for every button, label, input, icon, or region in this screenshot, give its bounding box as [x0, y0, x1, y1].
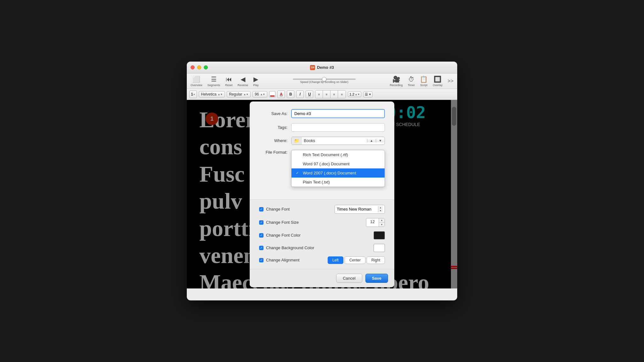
- reset-button[interactable]: ⏮ Reset: [225, 76, 233, 87]
- font-stepper[interactable]: ▲ ▼: [378, 206, 383, 212]
- change-font-color-row: ✓ Change Font Color: [259, 231, 385, 239]
- change-alignment-row: ✓ Change Alignment Left Center Right: [259, 256, 385, 264]
- main-window: TP Demo #3 ⬜ Overview ☰ Segments ⏮ Reset…: [187, 62, 457, 300]
- bg-color-control: [374, 244, 385, 252]
- align-right-button[interactable]: ≡: [330, 90, 338, 98]
- font-size-down[interactable]: ▼: [379, 222, 385, 227]
- speed-slider-track[interactable]: [293, 79, 356, 80]
- font-color-swatch[interactable]: [269, 91, 275, 97]
- italic-button[interactable]: I: [296, 90, 304, 98]
- change-alignment-checkbox-label[interactable]: ✓ Change Alignment: [259, 258, 299, 262]
- change-bg-color-checkbox[interactable]: ✓: [259, 246, 264, 250]
- indent-arrow: ▼: [193, 93, 195, 96]
- overview-button[interactable]: ⬜ Overview: [191, 75, 203, 87]
- change-bg-color-checkbox-label[interactable]: ✓ Change Background Color: [259, 245, 314, 250]
- line-spacing-selector[interactable]: 1.2 ▲▼: [348, 91, 361, 97]
- list-button-arrow: ▼: [369, 93, 371, 96]
- tags-row: Tags:: [259, 123, 385, 132]
- close-button[interactable]: [191, 65, 195, 69]
- align-right-button[interactable]: Right: [367, 256, 385, 264]
- play-button[interactable]: ▶ Play: [253, 75, 259, 87]
- font-color-box[interactable]: [374, 231, 385, 239]
- minimize-button[interactable]: [197, 65, 201, 69]
- traffic-lights: [191, 65, 208, 69]
- font-selector[interactable]: Helvetica ▲▼: [199, 91, 225, 97]
- dialog-footer: Cancel Save: [250, 269, 394, 287]
- underline-button[interactable]: U: [306, 90, 313, 98]
- change-alignment-checkbox[interactable]: ✓: [259, 258, 264, 262]
- change-font-size-checkbox-label[interactable]: ✓ Change Font Size: [259, 220, 299, 225]
- where-down-button[interactable]: ▼: [376, 139, 385, 142]
- line-spacing-arrow: ▲▼: [355, 93, 360, 96]
- script-button[interactable]: 📋 Script: [420, 75, 428, 87]
- list-button[interactable]: ☰ ▼: [363, 91, 373, 97]
- cancel-button[interactable]: Cancel: [336, 274, 362, 283]
- font-selector-arrow: ▲▼: [218, 93, 223, 96]
- file-format-dropdown[interactable]: Rich Text Document (.rtf) Word 97 (.doc)…: [291, 150, 385, 187]
- where-up-button[interactable]: ▲: [367, 139, 376, 142]
- align-center-button[interactable]: ≡: [323, 90, 330, 98]
- text-color-button[interactable]: A: [277, 90, 285, 98]
- toolbar-expand-button[interactable]: >>: [447, 78, 453, 84]
- format-rtf-option[interactable]: Rich Text Document (.rtf): [291, 150, 385, 159]
- tags-input[interactable]: [291, 123, 385, 132]
- format-docx-option[interactable]: ✓ Word 2007 (.docx) Document: [291, 168, 385, 178]
- font-stepper-down[interactable]: ▼: [378, 209, 383, 212]
- recording-button[interactable]: 🎥 Recording: [390, 75, 403, 87]
- bold-button[interactable]: B: [287, 90, 294, 98]
- font-size-up[interactable]: ▲: [379, 218, 385, 222]
- script-icon: 📋: [420, 75, 428, 83]
- align-center-button[interactable]: Center: [345, 256, 365, 264]
- style-selector-arrow: ▲▼: [243, 93, 248, 96]
- overlay-button[interactable]: 🔲 Overlay: [433, 75, 442, 87]
- folder-icon: 📁: [291, 137, 302, 145]
- font-size-stepper[interactable]: 12 ▲ ▼: [366, 218, 385, 227]
- reverse-button[interactable]: ◀ Reverse: [238, 75, 248, 87]
- app-icon: TP: [310, 65, 315, 70]
- window-title: TP Demo #3: [310, 65, 334, 70]
- font-stepper-up[interactable]: ▲: [378, 206, 383, 209]
- titlebar: TP Demo #3: [187, 62, 457, 74]
- segments-button[interactable]: ☰ Segments: [208, 75, 220, 87]
- speed-slider-thumb[interactable]: [322, 77, 326, 81]
- file-format-label: File Format:: [259, 150, 287, 155]
- align-left-button[interactable]: ≡: [315, 90, 323, 98]
- overlay-icon: 🔲: [434, 75, 441, 83]
- form-section: ✓ Change Font Times New Roman ▲ ▼: [250, 200, 394, 269]
- change-font-color-checkbox-label[interactable]: ✓ Change Font Color: [259, 233, 301, 238]
- save-as-row: Save As:: [259, 109, 385, 118]
- align-left-button[interactable]: Left: [328, 256, 343, 264]
- timer-button[interactable]: ⏱ Timer: [408, 76, 415, 87]
- overview-label: Overview: [191, 84, 203, 87]
- change-font-size-checkbox[interactable]: ✓: [259, 220, 264, 225]
- tags-label: Tags:: [259, 125, 287, 130]
- font-size-value: 12: [366, 218, 379, 227]
- format-doc-option[interactable]: Word 97 (.doc) Document: [291, 159, 385, 168]
- dialog-overlay: Save As: Tags: Where: 📁 Books: [187, 100, 457, 288]
- change-font-color-checkbox[interactable]: ✓: [259, 233, 264, 238]
- change-font-checkbox-label[interactable]: ✓ Change Font: [259, 207, 290, 211]
- save-as-input[interactable]: [291, 109, 385, 118]
- align-justify-button[interactable]: ≡: [338, 90, 346, 98]
- reverse-icon: ◀: [241, 75, 245, 83]
- font-value-selector[interactable]: Times New Roman ▲ ▼: [335, 205, 385, 214]
- recording-icon: 🎥: [392, 75, 400, 83]
- style-selector[interactable]: Regular ▲▼: [227, 91, 251, 97]
- indent-selector[interactable]: 1 ▼: [189, 90, 197, 98]
- where-selector[interactable]: 📁 Books ▲ ▼: [291, 137, 385, 145]
- font-color-control: [374, 231, 385, 239]
- maximize-button[interactable]: [204, 65, 208, 69]
- bg-color-box[interactable]: [374, 244, 385, 252]
- file-format-row: File Format: Rich Text Document (.rtf) W…: [259, 150, 385, 187]
- change-font-checkbox[interactable]: ✓: [259, 207, 264, 211]
- size-selector-arrow: ▲▼: [260, 93, 265, 96]
- format-txt-option[interactable]: Plain Text (.txt): [291, 178, 385, 187]
- timer-label: Timer: [408, 84, 415, 87]
- where-label: Where:: [259, 138, 287, 143]
- size-selector[interactable]: 96 ▲▼: [253, 91, 267, 97]
- where-value: Books: [302, 137, 367, 144]
- toolbar: ⬜ Overview ☰ Segments ⏮ Reset ◀ Reverse …: [187, 74, 457, 89]
- save-button[interactable]: Save: [365, 274, 388, 283]
- where-row: Where: 📁 Books ▲ ▼: [259, 137, 385, 145]
- reset-label: Reset: [225, 84, 233, 87]
